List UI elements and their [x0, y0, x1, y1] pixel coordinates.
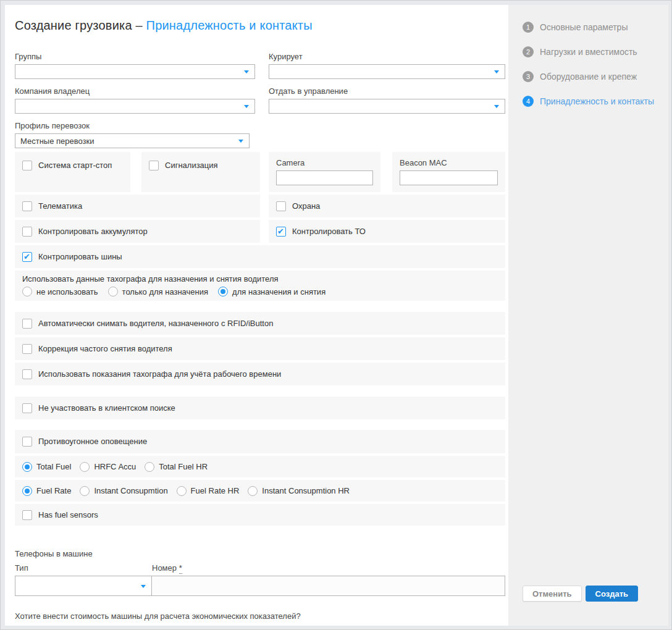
panel-client-search: Не участвовать в клиентском поиске	[15, 397, 505, 419]
required-asterisk: *	[179, 563, 182, 574]
field-label: Тип	[15, 563, 152, 573]
radio-icon	[177, 486, 187, 496]
phone-type-select[interactable]	[15, 576, 152, 596]
radio-tacho-assign-remove[interactable]: для назначения и снятия	[218, 287, 326, 296]
radio-tacho-assign-only[interactable]: только для назначения	[108, 287, 208, 296]
transport-profile-select[interactable]: Местные перевозки	[15, 133, 250, 148]
cancel-button[interactable]: Отменить	[523, 586, 582, 602]
checkbox-antitheft-alert[interactable]	[22, 437, 32, 447]
checkbox-telematics[interactable]	[22, 201, 32, 211]
radio-label: Instant Consupmtion	[94, 486, 167, 495]
radio-total-fuel-hr[interactable]: Total Fuel HR	[145, 462, 208, 472]
checkbox-label: Не участвовать в клиентском поиске	[38, 403, 175, 413]
step-affiliation-contacts[interactable]: 4 Принадлежность и контакты	[523, 96, 668, 107]
phone-number-input[interactable]	[152, 576, 505, 596]
panel-camera: Camera	[269, 152, 380, 192]
radio-tacho-none[interactable]: не использовать	[22, 287, 98, 296]
step-number-badge: 1	[523, 22, 534, 33]
step-equipment-fastening[interactable]: 3 Оборудование и крепеж	[523, 71, 668, 82]
checkbox-label: Охрана	[292, 201, 320, 211]
panel-auto-remove-driver: Автоматически снимать водителя, назначен…	[15, 312, 505, 335]
beacon-mac-input[interactable]	[400, 170, 498, 185]
radio-instant-consumption[interactable]: Instant Consupmtion	[80, 486, 167, 496]
step-label: Принадлежность и контакты	[540, 96, 654, 106]
field-curator: Курирует	[269, 52, 505, 79]
title-prefix: Создание грузовика –	[15, 19, 143, 32]
panel-alarm: Сигнализация	[141, 152, 260, 192]
radio-total-fuel[interactable]: Total Fuel	[22, 462, 71, 472]
panel-fuel-rate-group: Fuel Rate Instant Consupmtion Fuel Rate …	[15, 480, 505, 502]
tachograph-usage-label: Использовать данные тахографа для назнач…	[22, 274, 498, 284]
step-number-badge: 4	[523, 96, 534, 107]
groups-select[interactable]	[15, 64, 255, 79]
main-form-panel: Создание грузовика – Принадлежность и ко…	[5, 5, 508, 626]
chevron-down-icon	[244, 105, 249, 108]
checkbox-monitor-tires[interactable]	[22, 252, 32, 262]
owner-company-select[interactable]	[15, 99, 255, 114]
chevron-down-icon	[238, 140, 243, 143]
field-label: Отдать в управление	[269, 86, 505, 96]
radio-instant-consumption-hr[interactable]: Instant Consupmtion HR	[248, 486, 350, 496]
management-select[interactable]	[269, 99, 505, 114]
field-management: Отдать в управление	[269, 86, 505, 114]
camera-input[interactable]	[276, 170, 373, 185]
checkbox-monitor-battery[interactable]	[22, 227, 32, 237]
field-transport-profile: Профиль перевозок Местные перевозки	[15, 121, 250, 148]
panel-fuel-total-group: Total Fuel HRFC Accu Total Fuel HR	[15, 456, 505, 477]
title-section: Принадлежность и контакты	[146, 19, 313, 32]
radio-label: HRFC Accu	[94, 462, 136, 471]
create-button[interactable]: Создать	[586, 586, 638, 602]
checkbox-monitor-maintenance[interactable]	[276, 227, 286, 237]
checkbox-label: Контролировать аккумулятор	[38, 227, 148, 237]
radio-fuel-rate-hr[interactable]: Fuel Rate HR	[177, 486, 240, 496]
radio-hrfc-accu[interactable]: HRFC Accu	[80, 462, 136, 472]
panel-tires: Контролировать шины	[15, 245, 505, 268]
checkbox-label: Автоматически снимать водителя, назначен…	[38, 319, 273, 329]
panel-start-stop: Система старт-стоп	[15, 152, 130, 192]
curator-select[interactable]	[269, 64, 505, 79]
panel-frequent-removal-correction: Коррекция частого снятия водителя	[15, 337, 505, 360]
field-label: Camera	[276, 158, 373, 168]
radio-label: Fuel Rate HR	[191, 486, 240, 495]
radio-icon	[22, 462, 32, 472]
checkbox-auto-remove-driver[interactable]	[22, 319, 32, 329]
checkbox-tacho-worktime[interactable]	[22, 369, 32, 379]
checkbox-label: Противоугонное оповещение	[38, 437, 147, 447]
panel-beacon-mac: Beacon MAC	[392, 152, 505, 192]
step-loads-capacity[interactable]: 2 Нагрузки и вместимость	[523, 46, 668, 57]
select-value: Местные перевозки	[20, 136, 94, 146]
checkbox-alarm[interactable]	[149, 161, 159, 170]
checkbox-label: Телематика	[38, 201, 82, 211]
checkbox-guard[interactable]	[276, 201, 286, 211]
checkbox-no-client-search[interactable]	[22, 403, 32, 413]
checkbox-frequent-removal-correction[interactable]	[22, 344, 32, 354]
radio-label: для назначения и снятия	[232, 287, 326, 296]
radio-icon	[218, 287, 228, 296]
step-number-badge: 3	[523, 71, 534, 82]
radio-label: Fuel Rate	[36, 486, 71, 495]
cost-question-section: Хотите внести стоимость машины для расче…	[15, 611, 505, 626]
checkbox-label: Система старт-стоп	[38, 161, 112, 170]
panel-battery: Контролировать аккумулятор	[15, 220, 260, 243]
field-label: Профиль перевозок	[15, 121, 250, 131]
step-label: Основные параметры	[540, 22, 628, 32]
page-title: Создание грузовика – Принадлежность и ко…	[15, 19, 505, 33]
step-number-badge: 2	[523, 46, 534, 57]
checkbox-has-fuel-sensors[interactable]	[22, 510, 32, 520]
field-label: Beacon MAC	[400, 158, 498, 168]
radio-icon	[22, 486, 32, 496]
field-label: Компания владелец	[15, 86, 255, 96]
cost-question-label: Хотите внести стоимость машины для расче…	[15, 611, 505, 621]
panel-has-fuel-sensors: Has fuel sensors	[15, 504, 505, 526]
radio-fuel-rate[interactable]: Fuel Rate	[22, 486, 71, 496]
radio-icon	[22, 287, 32, 296]
step-basic-parameters[interactable]: 1 Основные параметры	[523, 22, 668, 33]
checkbox-label: Сигнализация	[165, 161, 218, 170]
radio-icon	[145, 462, 154, 472]
chevron-down-icon	[494, 105, 499, 108]
number-label: Номер	[152, 563, 177, 573]
field-label: Номер *	[152, 563, 505, 573]
checkbox-start-stop[interactable]	[22, 161, 32, 170]
panel-tacho-worktime: Использовать показания тахографа для учё…	[15, 363, 505, 385]
radio-icon	[80, 486, 90, 496]
